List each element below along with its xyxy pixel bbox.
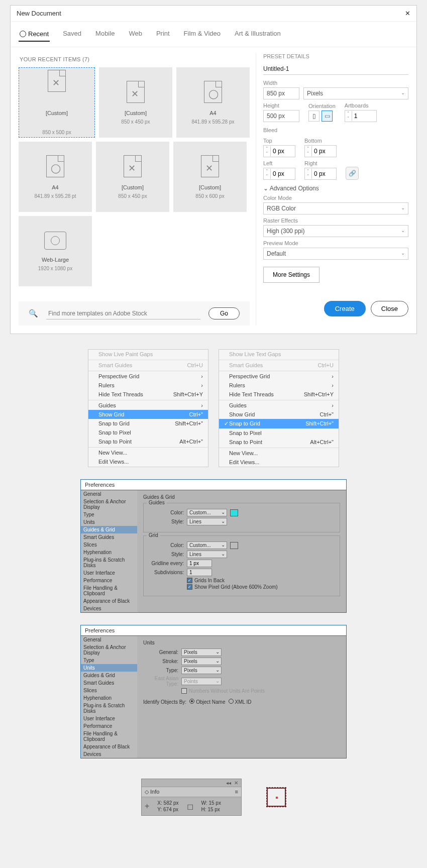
color-mode-select[interactable]: RGB Color⌄ — [263, 202, 408, 214]
menu-item[interactable]: Perspective Grid› — [219, 371, 339, 381]
units-stroke-select[interactable]: Pixels — [181, 658, 222, 665]
preset-card[interactable]: ◯A4841.89 x 595.28 px — [176, 67, 250, 138]
pref-sidebar-item[interactable]: Guides & Grid — [81, 672, 137, 679]
pref-sidebar-item[interactable]: Slices — [81, 687, 137, 694]
pref-sidebar-item[interactable]: Performance — [81, 722, 137, 730]
units-general-select[interactable]: Pixels — [181, 648, 222, 656]
pref-sidebar-item[interactable]: General — [81, 490, 137, 498]
bleed-bottom[interactable]: ˄˅ — [304, 145, 337, 157]
menu-item[interactable]: Snap to Pixel — [88, 428, 208, 437]
pref-sidebar-item[interactable]: Performance — [81, 577, 137, 584]
color-swatch[interactable] — [230, 509, 238, 516]
grids-in-back-checkbox[interactable]: ✓Grids In Back — [187, 578, 335, 583]
guides-color-select[interactable]: Custom... — [187, 509, 227, 516]
pref-sidebar-item[interactable]: Smart Guides — [81, 533, 137, 541]
bleed-top[interactable]: ˄˅ — [263, 145, 295, 157]
pref-sidebar-item[interactable]: General — [81, 636, 137, 643]
pref-sidebar-item[interactable]: Guides & Grid — [81, 526, 137, 533]
stock-search-input[interactable] — [46, 308, 200, 319]
menu-item[interactable]: Smart GuidesCtrl+U — [88, 360, 208, 370]
menu-item[interactable]: Rulers› — [219, 381, 339, 390]
pref-sidebar-item[interactable]: Hyphenation — [81, 549, 137, 556]
menu-item[interactable]: Rulers› — [88, 381, 208, 390]
menu-item[interactable]: Snap to Pixel — [219, 428, 339, 438]
raster-select[interactable]: High (300 ppi)⌄ — [263, 225, 408, 237]
menu-item[interactable]: Hide Text ThreadsShift+Ctrl+Y — [88, 390, 208, 399]
menu-item[interactable]: Guides› — [88, 400, 208, 410]
go-button[interactable]: Go — [208, 307, 240, 319]
pref-sidebar-item[interactable]: Type — [81, 657, 137, 664]
tab-film[interactable]: Film & Video — [183, 27, 222, 42]
menu-item[interactable]: Edit Views... — [219, 458, 339, 467]
guides-style-select[interactable]: Lines — [187, 518, 227, 525]
link-icon[interactable]: 🔗 — [346, 167, 359, 180]
grid-style-select[interactable]: Lines — [187, 551, 227, 558]
menu-item[interactable]: Snap to PointAlt+Ctrl+" — [219, 438, 339, 447]
tab-saved[interactable]: Saved — [62, 27, 82, 42]
pref-sidebar-item[interactable]: File Handling & Clipboard — [81, 730, 137, 743]
menu-item[interactable]: Show Live Paint Gaps — [88, 350, 208, 359]
close-icon[interactable]: ✕ — [234, 780, 238, 786]
pref-sidebar-item[interactable]: Appearance of Black — [81, 743, 137, 750]
pixel-grid-checkbox[interactable]: ✓Show Pixel Grid (Above 600% Zoom) — [187, 584, 335, 590]
pref-sidebar-item[interactable]: Plug-ins & Scratch Disks — [81, 702, 137, 715]
tab-art[interactable]: Art & Illustration — [234, 27, 282, 42]
menu-item[interactable]: Show GridCtrl+" — [219, 410, 339, 419]
preset-card[interactable]: ✕[Custom]850 x 450 px — [96, 142, 169, 212]
preset-card[interactable]: ✕[Custom]850 x 450 px — [99, 67, 172, 138]
menu-item[interactable]: Perspective Grid› — [88, 371, 208, 381]
width-input[interactable]: 850 px — [263, 87, 299, 99]
close-button[interactable]: Close — [371, 301, 408, 316]
radio-object-name[interactable]: Object Name — [189, 699, 225, 705]
orientation-landscape[interactable]: ▭ — [322, 111, 333, 122]
tab-recent[interactable]: Recent — [19, 27, 50, 42]
menu-item[interactable]: ✓Snap to GridShift+Ctrl+" — [219, 419, 339, 428]
pref-sidebar-item[interactable]: Units — [81, 664, 137, 672]
pref-sidebar-item[interactable]: Type — [81, 511, 137, 518]
menu-item[interactable]: Show GridCtrl+" — [88, 410, 208, 419]
grid-color-select[interactable]: Custom... — [187, 541, 227, 549]
pref-sidebar-item[interactable]: User Interface — [81, 569, 137, 577]
tab-web[interactable]: Web — [128, 27, 143, 42]
gridline-input[interactable] — [187, 560, 212, 567]
artboards-stepper[interactable]: ˄˅ — [345, 110, 377, 122]
preset-card[interactable]: ◯A4841.89 x 595.28 pt — [19, 142, 92, 212]
close-icon[interactable]: ✕ — [405, 10, 410, 17]
menu-item[interactable]: Snap to PointAlt+Ctrl+" — [88, 437, 208, 446]
menu-item[interactable]: Edit Views... — [88, 457, 208, 466]
menu-item[interactable]: Show Live Text Gaps — [219, 350, 339, 359]
pref-sidebar-item[interactable]: Plug-ins & Scratch Disks — [81, 556, 137, 569]
pref-sidebar-item[interactable]: Selection & Anchor Display — [81, 643, 137, 657]
menu-item[interactable]: Guides› — [219, 400, 339, 410]
menu-icon[interactable]: ≡ — [235, 789, 238, 795]
pref-sidebar-item[interactable]: File Handling & Clipboard — [81, 584, 137, 597]
advanced-toggle[interactable]: ⌄ Advanced Options — [263, 185, 408, 192]
pref-sidebar-item[interactable]: User Interface — [81, 715, 137, 722]
pref-sidebar-item[interactable]: Devices — [81, 605, 137, 612]
create-button[interactable]: Create — [324, 301, 366, 316]
tab-print[interactable]: Print — [155, 27, 171, 42]
pref-sidebar-item[interactable]: Units — [81, 518, 137, 526]
tab-mobile[interactable]: Mobile — [94, 27, 116, 42]
pref-sidebar-item[interactable]: Devices — [81, 750, 137, 758]
preset-card[interactable]: ✕[Custom]850 x 600 px — [173, 142, 247, 212]
bleed-left[interactable]: ˄˅ — [263, 168, 295, 180]
collapse-icon[interactable]: ◂◂ — [226, 780, 231, 786]
color-swatch[interactable] — [230, 542, 238, 549]
height-input[interactable]: 500 px — [263, 110, 299, 122]
pref-sidebar-item[interactable]: Appearance of Black — [81, 597, 137, 605]
preset-card[interactable]: Web-Large1920 x 1080 px — [19, 216, 92, 286]
document-name-input[interactable]: Untitled-1 — [263, 63, 408, 75]
menu-item[interactable]: Snap to GridShift+Ctrl+" — [88, 419, 208, 428]
menu-item[interactable]: New View... — [88, 447, 208, 457]
units-select[interactable]: Pixels⌄ — [303, 87, 408, 99]
units-type-select[interactable]: Pixels — [181, 667, 222, 674]
subdiv-input[interactable] — [187, 569, 212, 576]
menu-item[interactable]: Smart GuidesCtrl+U — [219, 360, 339, 370]
preview-select[interactable]: Default⌄ — [263, 248, 408, 260]
pref-sidebar-item[interactable]: Slices — [81, 541, 137, 549]
pref-sidebar-item[interactable]: Selection & Anchor Display — [81, 498, 137, 511]
menu-item[interactable]: New View... — [219, 448, 339, 458]
pref-sidebar-item[interactable]: Smart Guides — [81, 679, 137, 687]
radio-xml-id[interactable]: XML ID — [229, 699, 252, 705]
